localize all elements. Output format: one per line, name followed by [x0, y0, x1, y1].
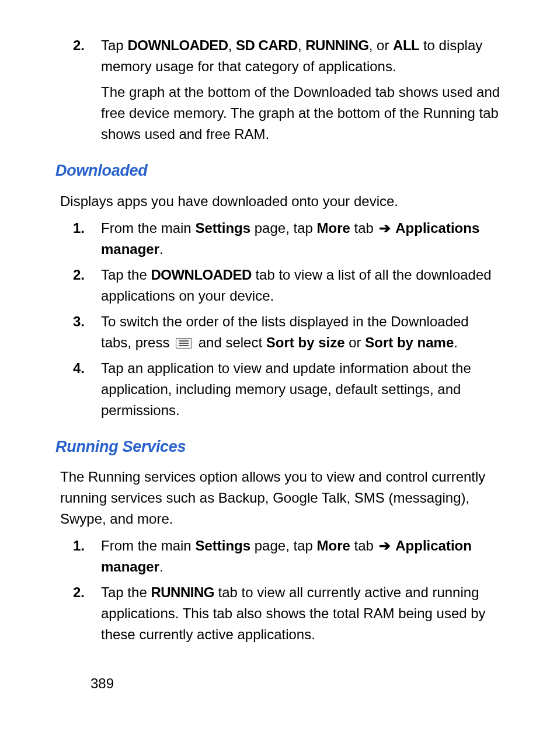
step-para: The graph at the bottom of the Downloade…: [101, 82, 502, 145]
bold-more: More: [317, 538, 350, 553]
bold-settings: Settings: [195, 538, 250, 553]
step-body: From the main Settings page, tap More ta…: [101, 218, 502, 260]
downloaded-step-4: 4. Tap an application to view and update…: [73, 358, 502, 421]
tab-running: RUNNING: [305, 37, 369, 53]
tab-all: ALL: [393, 37, 419, 53]
downloaded-step-2: 2. Tap the DOWNLOADED tab to view a list…: [73, 264, 502, 306]
running-steps: 1. From the main Settings page, tap More…: [73, 535, 502, 645]
step-body: To switch the order of the lists display…: [101, 311, 502, 353]
text: page, tap: [250, 538, 316, 553]
text: tab: [350, 538, 378, 553]
bold-sortsize: Sort by size: [266, 335, 345, 350]
step-body: Tap the DOWNLOADED tab to view a list of…: [101, 264, 502, 306]
downloaded-step-3: 3. To switch the order of the lists disp…: [73, 311, 502, 353]
bold-sortname: Sort by name: [365, 335, 454, 350]
text: From the main: [101, 538, 195, 553]
step-number: 2.: [73, 582, 101, 645]
text: .: [159, 241, 163, 257]
text: .: [159, 559, 163, 574]
running-step-2: 2. Tap the RUNNING tab to view all curre…: [73, 582, 502, 645]
text: ,: [298, 37, 305, 53]
page-number: 389: [90, 673, 502, 694]
bold-more: More: [317, 220, 350, 236]
tab-downloaded: DOWNLOADED: [127, 37, 228, 53]
arrow-icon: ➔: [379, 535, 391, 556]
text: or: [345, 335, 365, 350]
text: Tap the: [101, 584, 151, 600]
step-number: 1.: [73, 218, 101, 260]
step-body: Tap DOWNLOADED, SD CARD, RUNNING, or ALL…: [101, 35, 502, 145]
text: .: [454, 335, 458, 350]
tab-running: RUNNING: [151, 584, 214, 600]
text: From the main: [101, 220, 195, 236]
downloaded-step-1: 1. From the main Settings page, tap More…: [73, 218, 502, 260]
downloaded-intro: Displays apps you have downloaded onto y…: [60, 191, 502, 212]
text: ,: [228, 37, 236, 53]
step-number: 2.: [73, 35, 101, 145]
running-step-1: 1. From the main Settings page, tap More…: [73, 535, 502, 577]
step-body: Tap the RUNNING tab to view all currentl…: [101, 582, 502, 645]
text: , or: [369, 37, 393, 53]
step-number: 2.: [73, 264, 101, 306]
intro-step-2: 2. Tap DOWNLOADED, SD CARD, RUNNING, or …: [73, 35, 502, 145]
heading-running: Running Services: [55, 435, 502, 459]
menu-icon: [176, 338, 192, 349]
tab-downloaded: DOWNLOADED: [151, 267, 251, 283]
step-number: 4.: [73, 358, 101, 421]
text: Tap the: [101, 267, 151, 283]
text: page, tap: [250, 220, 316, 236]
running-intro: The Running services option allows you t…: [60, 466, 502, 529]
step-number: 1.: [73, 535, 101, 577]
bold-settings: Settings: [195, 220, 250, 236]
text: Tap: [101, 37, 127, 53]
heading-downloaded: Downloaded: [55, 159, 502, 183]
text: tab: [350, 220, 378, 236]
step-body: Tap an application to view and update in…: [101, 358, 502, 421]
tab-sdcard: SD CARD: [236, 37, 298, 53]
step-body: From the main Settings page, tap More ta…: [101, 535, 502, 577]
arrow-icon: ➔: [379, 218, 391, 239]
downloaded-steps: 1. From the main Settings page, tap More…: [73, 218, 502, 421]
text: and select: [194, 335, 266, 350]
step-number: 3.: [73, 311, 101, 353]
intro-step-list: 2. Tap DOWNLOADED, SD CARD, RUNNING, or …: [73, 35, 502, 145]
